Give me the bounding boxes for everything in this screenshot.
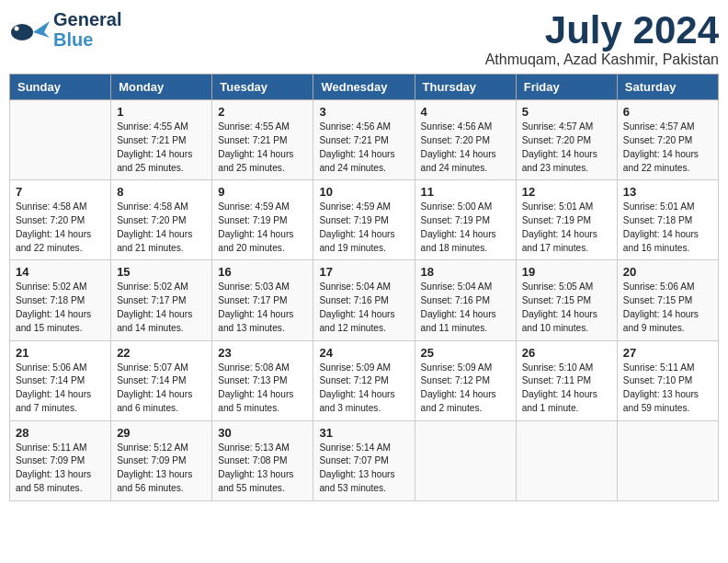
day-info: Sunrise: 5:09 AMSunset: 7:12 PMDaylight:… <box>421 362 510 416</box>
day-number: 18 <box>421 265 510 279</box>
day-number: 1 <box>117 105 206 119</box>
calendar-cell: 13Sunrise: 5:01 AMSunset: 7:18 PMDayligh… <box>617 180 718 260</box>
logo: General Blue <box>9 9 121 50</box>
day-info: Sunrise: 4:55 AMSunset: 7:21 PMDaylight:… <box>117 121 206 175</box>
calendar-cell: 4Sunrise: 4:56 AMSunset: 7:20 PMDaylight… <box>415 100 516 180</box>
calendar-cell: 31Sunrise: 5:14 AMSunset: 7:07 PMDayligh… <box>313 420 415 500</box>
day-number: 29 <box>117 426 206 440</box>
day-info: Sunrise: 5:00 AMSunset: 7:19 PMDaylight:… <box>421 201 510 255</box>
calendar-week-row: 14Sunrise: 5:02 AMSunset: 7:18 PMDayligh… <box>10 260 719 340</box>
day-info: Sunrise: 5:14 AMSunset: 7:07 PMDaylight:… <box>319 442 408 496</box>
calendar-week-row: 28Sunrise: 5:11 AMSunset: 7:09 PMDayligh… <box>10 420 719 500</box>
header-day-saturday: Saturday <box>617 75 718 100</box>
day-info: Sunrise: 4:58 AMSunset: 7:20 PMDaylight:… <box>16 201 105 255</box>
day-info: Sunrise: 4:59 AMSunset: 7:19 PMDaylight:… <box>319 201 408 255</box>
calendar-cell: 21Sunrise: 5:06 AMSunset: 7:14 PMDayligh… <box>10 340 111 420</box>
day-number: 26 <box>522 346 611 360</box>
day-info: Sunrise: 4:57 AMSunset: 7:20 PMDaylight:… <box>522 121 611 175</box>
day-info: Sunrise: 5:03 AMSunset: 7:17 PMDaylight:… <box>218 281 307 335</box>
day-number: 30 <box>218 426 307 440</box>
day-info: Sunrise: 4:58 AMSunset: 7:20 PMDaylight:… <box>117 201 206 255</box>
calendar-cell: 5Sunrise: 4:57 AMSunset: 7:20 PMDaylight… <box>516 100 617 180</box>
calendar-cell: 23Sunrise: 5:08 AMSunset: 7:13 PMDayligh… <box>212 340 313 420</box>
day-info: Sunrise: 5:13 AMSunset: 7:08 PMDaylight:… <box>218 442 307 496</box>
calendar-cell: 20Sunrise: 5:06 AMSunset: 7:15 PMDayligh… <box>617 260 718 340</box>
day-number: 20 <box>623 265 712 279</box>
calendar-week-row: 7Sunrise: 4:58 AMSunset: 7:20 PMDaylight… <box>10 180 719 260</box>
day-info: Sunrise: 5:04 AMSunset: 7:16 PMDaylight:… <box>421 281 510 335</box>
day-info: Sunrise: 5:01 AMSunset: 7:19 PMDaylight:… <box>522 201 611 255</box>
calendar-cell: 18Sunrise: 5:04 AMSunset: 7:16 PMDayligh… <box>415 260 516 340</box>
calendar-cell: 24Sunrise: 5:09 AMSunset: 7:12 PMDayligh… <box>313 340 415 420</box>
day-number: 5 <box>522 105 611 119</box>
day-number: 16 <box>218 265 307 279</box>
calendar-cell: 7Sunrise: 4:58 AMSunset: 7:20 PMDaylight… <box>10 180 111 260</box>
day-number: 13 <box>623 185 712 199</box>
day-info: Sunrise: 5:11 AMSunset: 7:10 PMDaylight:… <box>623 362 712 416</box>
day-number: 19 <box>522 265 611 279</box>
day-info: Sunrise: 4:56 AMSunset: 7:20 PMDaylight:… <box>421 121 510 175</box>
calendar-cell: 8Sunrise: 4:58 AMSunset: 7:20 PMDaylight… <box>111 180 212 260</box>
calendar-cell <box>10 100 111 180</box>
day-number: 22 <box>117 346 206 360</box>
calendar-week-row: 21Sunrise: 5:06 AMSunset: 7:14 PMDayligh… <box>10 340 719 420</box>
svg-point-3 <box>15 27 19 31</box>
day-number: 8 <box>117 185 206 199</box>
day-number: 15 <box>117 265 206 279</box>
day-number: 3 <box>319 105 408 119</box>
logo-blue: Blue <box>53 29 121 50</box>
calendar-cell: 1Sunrise: 4:55 AMSunset: 7:21 PMDaylight… <box>111 100 212 180</box>
calendar-cell: 26Sunrise: 5:10 AMSunset: 7:11 PMDayligh… <box>516 340 617 420</box>
calendar-cell: 25Sunrise: 5:09 AMSunset: 7:12 PMDayligh… <box>415 340 516 420</box>
day-info: Sunrise: 5:09 AMSunset: 7:12 PMDaylight:… <box>319 362 408 416</box>
svg-marker-1 <box>33 21 50 32</box>
calendar-cell: 17Sunrise: 5:04 AMSunset: 7:16 PMDayligh… <box>313 260 415 340</box>
day-number: 27 <box>623 346 712 360</box>
calendar-cell <box>516 420 617 500</box>
calendar-cell: 2Sunrise: 4:55 AMSunset: 7:21 PMDaylight… <box>212 100 313 180</box>
day-number: 14 <box>16 265 105 279</box>
day-number: 23 <box>218 346 307 360</box>
day-info: Sunrise: 5:07 AMSunset: 7:14 PMDaylight:… <box>117 362 206 416</box>
day-info: Sunrise: 4:59 AMSunset: 7:19 PMDaylight:… <box>218 201 307 255</box>
day-number: 4 <box>421 105 510 119</box>
header-day-thursday: Thursday <box>415 75 516 100</box>
day-info: Sunrise: 5:05 AMSunset: 7:15 PMDaylight:… <box>522 281 611 335</box>
day-info: Sunrise: 5:06 AMSunset: 7:15 PMDaylight:… <box>623 281 712 335</box>
calendar-cell: 6Sunrise: 4:57 AMSunset: 7:20 PMDaylight… <box>617 100 718 180</box>
calendar-cell: 10Sunrise: 4:59 AMSunset: 7:19 PMDayligh… <box>313 180 415 260</box>
calendar-cell: 22Sunrise: 5:07 AMSunset: 7:14 PMDayligh… <box>111 340 212 420</box>
day-number: 2 <box>218 105 307 119</box>
calendar-table: SundayMondayTuesdayWednesdayThursdayFrid… <box>9 74 719 501</box>
day-number: 31 <box>319 426 408 440</box>
day-info: Sunrise: 5:02 AMSunset: 7:17 PMDaylight:… <box>117 281 206 335</box>
calendar-cell: 11Sunrise: 5:00 AMSunset: 7:19 PMDayligh… <box>415 180 516 260</box>
day-number: 24 <box>319 346 408 360</box>
day-info: Sunrise: 5:02 AMSunset: 7:18 PMDaylight:… <box>16 281 105 335</box>
calendar-cell: 30Sunrise: 5:13 AMSunset: 7:08 PMDayligh… <box>212 420 313 500</box>
calendar-header-row: SundayMondayTuesdayWednesdayThursdayFrid… <box>10 75 719 100</box>
day-number: 10 <box>319 185 408 199</box>
location-title: Athmuqam, Azad Kashmir, Pakistan <box>485 52 719 68</box>
header-day-wednesday: Wednesday <box>313 75 415 100</box>
day-info: Sunrise: 5:06 AMSunset: 7:14 PMDaylight:… <box>16 362 105 416</box>
calendar-cell <box>415 420 516 500</box>
day-info: Sunrise: 5:10 AMSunset: 7:11 PMDaylight:… <box>522 362 611 416</box>
calendar-cell: 9Sunrise: 4:59 AMSunset: 7:19 PMDaylight… <box>212 180 313 260</box>
calendar-week-row: 1Sunrise: 4:55 AMSunset: 7:21 PMDaylight… <box>10 100 719 180</box>
day-info: Sunrise: 4:55 AMSunset: 7:21 PMDaylight:… <box>218 121 307 175</box>
day-number: 25 <box>421 346 510 360</box>
day-number: 28 <box>16 426 105 440</box>
day-info: Sunrise: 5:12 AMSunset: 7:09 PMDaylight:… <box>117 442 206 496</box>
header-day-friday: Friday <box>516 75 617 100</box>
logo-general: General <box>53 9 121 29</box>
calendar-cell <box>617 420 718 500</box>
day-info: Sunrise: 4:56 AMSunset: 7:21 PMDaylight:… <box>319 121 408 175</box>
calendar-cell: 15Sunrise: 5:02 AMSunset: 7:17 PMDayligh… <box>111 260 212 340</box>
calendar-cell: 19Sunrise: 5:05 AMSunset: 7:15 PMDayligh… <box>516 260 617 340</box>
logo-bird-icon <box>9 12 50 47</box>
day-number: 9 <box>218 185 307 199</box>
calendar-cell: 16Sunrise: 5:03 AMSunset: 7:17 PMDayligh… <box>212 260 313 340</box>
header: General Blue July 2024 Athmuqam, Azad Ka… <box>9 9 719 68</box>
title-area: July 2024 Athmuqam, Azad Kashmir, Pakist… <box>485 9 719 68</box>
